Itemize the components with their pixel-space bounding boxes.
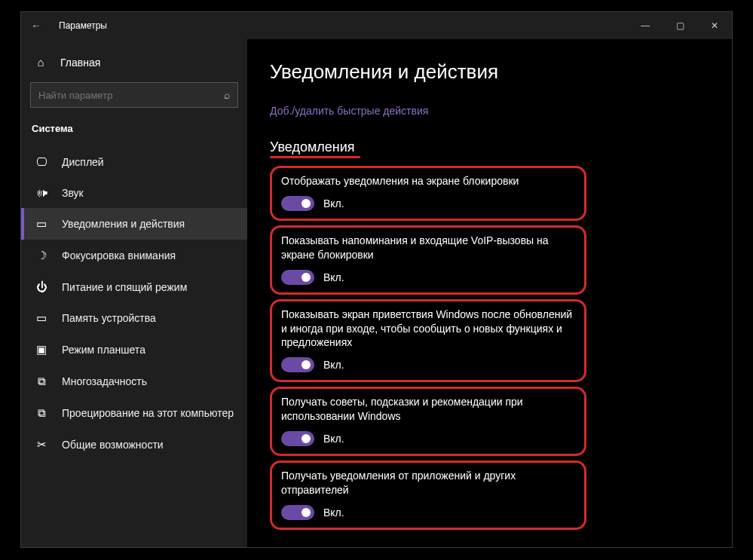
toggle-switch[interactable]: [281, 357, 314, 372]
power-icon: ⏻: [35, 280, 48, 293]
sidebar-item-sound[interactable]: 🕪 Звук: [21, 177, 247, 208]
sidebar-category: Система: [21, 118, 247, 146]
page-title: Уведомления и действия: [270, 60, 709, 84]
home-label: Главная: [60, 57, 100, 69]
section-apps: Получать уведомления от этих приложений: [270, 546, 709, 547]
notification-icon: ▭: [35, 217, 48, 231]
home-icon: ⌂: [35, 56, 47, 69]
setting-label: Показывать напоминания и входящие VoIP-в…: [281, 234, 575, 262]
sidebar-item-label: Проецирование на этот компьютер: [62, 407, 234, 419]
sidebar-item-notifications[interactable]: ▭ Уведомления и действия: [21, 208, 247, 240]
sidebar-item-focus[interactable]: ☽ Фокусировка внимания: [21, 240, 247, 271]
maximize-icon: ▢: [676, 20, 684, 31]
sidebar-item-tablet[interactable]: ▣ Режим планшета: [21, 334, 247, 366]
search-box[interactable]: ⌕: [30, 82, 238, 108]
minimize-button[interactable]: —: [628, 12, 663, 39]
close-button[interactable]: ✕: [697, 12, 732, 39]
titlebar: ← Параметры — ▢ ✕: [21, 12, 732, 39]
sidebar-item-label: Уведомления и действия: [62, 218, 185, 230]
setting-tips: Получать советы, подсказки и рекомендаци…: [270, 387, 586, 456]
monitor-icon: 🖵: [35, 155, 48, 168]
setting-label: Получать уведомления от приложений и дру…: [281, 469, 575, 497]
sidebar-item-label: Режим планшета: [62, 344, 145, 356]
minimize-icon: —: [641, 20, 650, 31]
window-body: ⌂ Главная ⌕ Система 🖵 Дисплей 🕪 Звук ▭ У…: [21, 39, 732, 547]
window-controls: — ▢ ✕: [628, 12, 732, 39]
sidebar-item-label: Общие возможности: [62, 439, 164, 451]
toggle-switch[interactable]: [281, 431, 314, 446]
setting-lockscreen-notifications: Отображать уведомления на экране блокиро…: [270, 166, 586, 221]
home-nav[interactable]: ⌂ Главная: [21, 48, 247, 76]
search-input[interactable]: [38, 90, 224, 101]
storage-icon: ▭: [35, 311, 48, 325]
toggle-state: Вкл.: [323, 197, 344, 210]
sidebar-item-label: Фокусировка внимания: [62, 249, 176, 262]
search-icon: ⌕: [224, 89, 230, 101]
toggle-state: Вкл.: [323, 506, 344, 519]
sidebar-item-multitask[interactable]: ⧉ Многозадачность: [21, 366, 247, 397]
toggle-switch[interactable]: [281, 270, 314, 285]
sidebar-item-display[interactable]: 🖵 Дисплей: [21, 146, 247, 177]
sidebar-item-shared[interactable]: ✂ Общие возможности: [21, 429, 247, 461]
toggle-switch[interactable]: [281, 505, 314, 520]
toggle-switch[interactable]: [281, 196, 314, 211]
multitask-icon: ⧉: [35, 375, 48, 388]
setting-label: Показывать экран приветствия Windows пос…: [281, 308, 575, 350]
quick-actions-link[interactable]: Доб./удалить быстрые действия: [270, 105, 709, 117]
sidebar-item-label: Дисплей: [62, 156, 104, 168]
shared-icon: ✂: [35, 438, 48, 451]
section-notifications: Уведомления: [270, 139, 355, 155]
sidebar-item-label: Звук: [62, 187, 84, 199]
setting-label: Получать советы, подсказки и рекомендаци…: [281, 395, 575, 424]
toggle-state: Вкл.: [323, 433, 344, 445]
sidebar-item-storage[interactable]: ▭ Память устройства: [21, 302, 247, 334]
moon-icon: ☽: [35, 249, 48, 262]
maximize-button[interactable]: ▢: [663, 12, 697, 39]
toggle-state: Вкл.: [323, 271, 344, 283]
settings-window: ← Параметры — ▢ ✕ ⌂ Главная ⌕ Система 🖵 …: [20, 11, 733, 548]
sidebar-item-label: Питание и спящий режим: [62, 281, 187, 293]
close-icon: ✕: [711, 20, 718, 31]
setting-voip-lockscreen: Показывать напоминания и входящие VoIP-в…: [270, 225, 586, 295]
setting-welcome-screen: Показывать экран приветствия Windows пос…: [270, 299, 586, 383]
sidebar-item-power[interactable]: ⏻ Питание и спящий режим: [21, 271, 247, 302]
sound-icon: 🕪: [35, 186, 48, 199]
content-pane: Уведомления и действия Доб./удалить быст…: [247, 39, 732, 547]
sidebar-item-label: Многозадачность: [62, 375, 147, 387]
sidebar: ⌂ Главная ⌕ Система 🖵 Дисплей 🕪 Звук ▭ У…: [21, 39, 247, 547]
tablet-icon: ▣: [35, 343, 48, 357]
setting-label: Отображать уведомления на экране блокиро…: [281, 174, 575, 188]
sidebar-item-project[interactable]: ⧉ Проецирование на этот компьютер: [21, 397, 247, 429]
toggle-state: Вкл.: [323, 359, 344, 371]
setting-app-notifications: Получать уведомления от приложений и дру…: [270, 461, 586, 530]
app-title: Параметры: [59, 20, 107, 31]
sidebar-item-label: Память устройства: [62, 312, 156, 324]
back-button[interactable]: ←: [21, 12, 51, 39]
arrow-left-icon: ←: [31, 20, 41, 32]
project-icon: ⧉: [35, 406, 48, 420]
